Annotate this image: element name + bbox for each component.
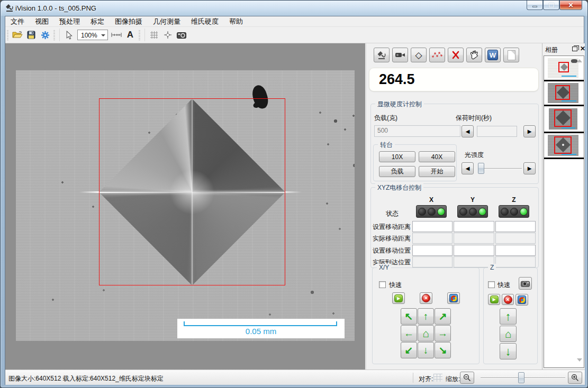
toolbar-grip <box>139 30 140 40</box>
xy-stop-button[interactable]: ✕ <box>420 292 432 304</box>
multi-point-measure-button[interactable] <box>429 48 445 62</box>
zoom-in-button[interactable] <box>568 372 582 384</box>
up-arrow-icon: ↑ <box>505 310 511 324</box>
turret-load-button[interactable]: 负载 <box>379 166 415 177</box>
jog-up-button[interactable]: ↑ <box>418 308 434 325</box>
xy-reset-button[interactable] <box>447 292 460 304</box>
diamond-measure-button[interactable]: ◇ <box>411 48 427 62</box>
turret-start-button[interactable]: 开始 <box>419 166 455 177</box>
maximize-button[interactable] <box>543 1 559 10</box>
new-page-button[interactable] <box>503 48 519 62</box>
xy-run-button[interactable]: ▶ <box>392 292 405 304</box>
z-autofocus-camera-button[interactable] <box>519 277 532 290</box>
magnifier-plus-icon <box>571 374 579 382</box>
microscope-tool-button[interactable] <box>374 48 390 62</box>
menu-preprocess[interactable]: 预处理 <box>54 16 85 27</box>
jog-up-right-button[interactable]: ↗ <box>435 308 451 325</box>
set-move-position-z-input[interactable] <box>495 245 536 256</box>
set-move-distance-label: 设置移动距离 <box>372 223 411 232</box>
z-up-button[interactable]: ↑ <box>500 308 517 325</box>
dwell-increase-button[interactable]: ▶ <box>523 125 536 137</box>
delete-measure-button[interactable] <box>448 48 464 62</box>
grid-overlay-button[interactable] <box>147 29 161 41</box>
set-move-position-y-input[interactable] <box>454 245 494 256</box>
toolbar-separator <box>59 29 60 41</box>
objective-10x-button[interactable]: 10X <box>379 151 415 162</box>
album-thumbnail-3[interactable] <box>549 108 577 130</box>
z-home-button[interactable]: ⌂ <box>500 326 517 342</box>
actual-position-x-field <box>412 256 453 267</box>
camera-capture-button[interactable] <box>175 29 188 41</box>
z-down-button[interactable]: ↓ <box>500 343 517 359</box>
jog-home-button[interactable]: ⌂ <box>418 325 434 341</box>
jog-down-button[interactable]: ↓ <box>418 342 434 358</box>
select-cursor-button[interactable] <box>62 29 76 41</box>
jog-left-button[interactable]: ← <box>401 325 417 341</box>
dwell-decrease-button[interactable]: ◀ <box>462 125 474 137</box>
album-thumbnail-2[interactable] <box>548 83 578 103</box>
set-move-position-x-input[interactable] <box>412 245 453 256</box>
dwell-input[interactable] <box>477 126 517 137</box>
float-window-icon[interactable] <box>572 47 577 51</box>
menu-view[interactable]: 视图 <box>30 16 54 27</box>
scroll-down-icon[interactable] <box>577 358 582 362</box>
set-move-distance-y-input[interactable] <box>454 221 494 232</box>
micrograph-view[interactable]: 0.05 mm <box>16 70 355 341</box>
menu-file[interactable]: 文件 <box>5 16 30 27</box>
video-camera-button[interactable] <box>392 48 408 62</box>
crosshair-center-button[interactable] <box>161 29 175 41</box>
jog-up-left-button[interactable]: ↖ <box>401 308 417 325</box>
minimize-icon <box>532 6 537 7</box>
text-tool-button[interactable]: A <box>123 29 137 41</box>
y-axis-status-lights <box>457 205 488 218</box>
close-button[interactable]: ✕ <box>559 1 582 10</box>
settings-gear-button[interactable] <box>38 29 52 41</box>
light-slider-track[interactable] <box>480 168 522 169</box>
xy-fast-checkbox[interactable] <box>379 281 386 288</box>
light-decrease-button[interactable]: ◀ <box>462 162 474 174</box>
z-fast-checkbox[interactable] <box>488 281 495 288</box>
image-canvas: 0.05 mm <box>5 43 365 369</box>
minimize-button[interactable] <box>527 1 543 10</box>
load-label: 负载(克) <box>374 114 397 123</box>
set-move-distance-z-input[interactable] <box>495 221 536 232</box>
z-run-button[interactable]: ▶ <box>488 294 500 305</box>
zoom-out-button[interactable] <box>460 372 474 384</box>
status-dot-off <box>459 208 467 216</box>
x-axis-status-lights <box>416 205 447 218</box>
zoom-slider-handle[interactable] <box>518 372 524 383</box>
light-increase-button[interactable]: ▶ <box>523 162 536 174</box>
scroll-up-icon[interactable] <box>577 59 582 62</box>
jog-down-right-button[interactable]: ↘ <box>435 342 451 358</box>
load-input[interactable]: 500 <box>374 125 460 137</box>
hand-tool-button[interactable] <box>466 48 482 62</box>
objective-40x-button[interactable]: 40X <box>419 151 455 162</box>
save-button[interactable] <box>24 29 38 41</box>
album-thumbnail-1[interactable] <box>548 58 578 78</box>
menu-vickers[interactable]: 维氏硬度 <box>186 16 224 27</box>
z-fast-label: 快速 <box>497 281 510 290</box>
menu-calibration[interactable]: 标定 <box>85 16 110 27</box>
word-report-button[interactable]: W <box>485 48 501 62</box>
menu-help[interactable]: 帮助 <box>224 16 248 27</box>
toolbar-grip <box>53 30 55 40</box>
jog-down-left-button[interactable]: ↙ <box>401 342 417 358</box>
z-jog-group: Z 快速 ▶ ✕ ↑ ⌂ ↓ <box>483 267 538 364</box>
status-bar: 图像大小:640X512 载入标定:640X512_维氏标定块标定 对齐: 缩放… <box>5 369 585 385</box>
light-slider-handle[interactable] <box>478 163 484 174</box>
jog-right-button[interactable]: → <box>435 325 451 341</box>
album-thumbnail-4[interactable] <box>548 135 578 156</box>
measure-tool-button[interactable] <box>110 29 123 41</box>
open-file-button[interactable] <box>11 29 24 41</box>
album-close-icon[interactable]: ✕ <box>580 45 585 52</box>
left-arrow-icon: ◀ <box>466 165 470 171</box>
align-grid-icon[interactable] <box>433 374 442 382</box>
menu-geometry[interactable]: 几何测量 <box>148 16 186 27</box>
thumbnail-overlay-box <box>558 62 569 72</box>
zoom-level-combobox[interactable]: 100% <box>77 30 108 40</box>
menu-capture[interactable]: 图像拍摄 <box>110 16 148 27</box>
set-move-distance-x-input[interactable] <box>412 221 453 232</box>
z-reset-button[interactable] <box>515 294 528 306</box>
z-stop-button[interactable]: ✕ <box>502 294 514 305</box>
zoom-level-value: 100% <box>81 32 97 39</box>
